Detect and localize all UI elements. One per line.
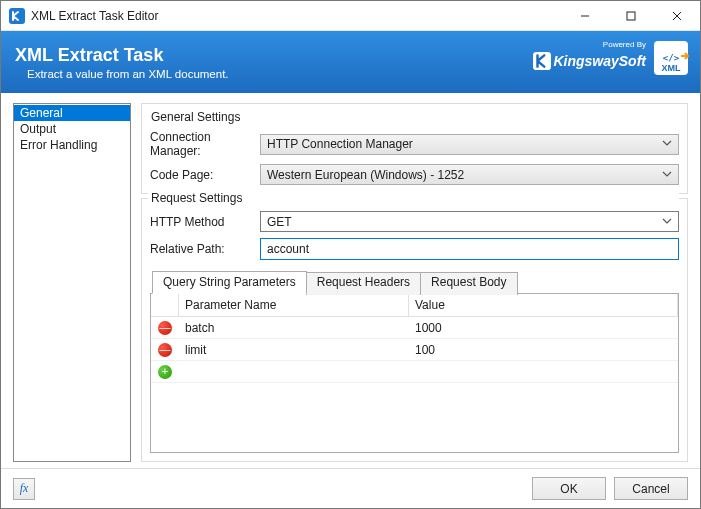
minimize-button[interactable]: [562, 1, 608, 31]
tab-query-string-parameters[interactable]: Query String Parameters: [152, 271, 307, 294]
app-icon: [9, 8, 25, 24]
fx-button[interactable]: fx: [13, 478, 35, 500]
banner-title: XML Extract Task: [15, 45, 229, 66]
sidebar-item-general[interactable]: General: [14, 105, 130, 121]
maximize-button[interactable]: [608, 1, 654, 31]
tab-body: Parameter Name Value — batch 1000 — limi…: [150, 294, 679, 453]
svg-rect-5: [533, 52, 551, 70]
tab-request-body[interactable]: Request Body: [420, 272, 517, 295]
cell-value[interactable]: 1000: [409, 321, 678, 335]
table-row[interactable]: — limit 100: [151, 339, 678, 361]
main-panel: General Settings Connection Manager: HTT…: [141, 103, 688, 462]
button-label: OK: [560, 482, 577, 496]
dropdown-value: HTTP Connection Manager: [267, 137, 413, 151]
cell-name[interactable]: limit: [179, 343, 409, 357]
sidebar: General Output Error Handling: [13, 103, 131, 462]
tab-label: Request Body: [431, 275, 506, 289]
cell-name[interactable]: batch: [179, 321, 409, 335]
code-page-label: Code Page:: [150, 168, 260, 182]
http-method-dropdown[interactable]: GET: [260, 211, 679, 232]
request-settings-group: Request Settings HTTP Method GET Relativ…: [141, 198, 688, 462]
chevron-down-icon: [662, 215, 672, 229]
xml-badge-label: XML: [662, 63, 681, 73]
brand-name: KingswaySoft: [553, 53, 646, 69]
delete-row-icon[interactable]: —: [158, 343, 172, 357]
delete-row-icon[interactable]: —: [158, 321, 172, 335]
fx-label: fx: [20, 481, 29, 496]
content-area: General Output Error Handling General Se…: [1, 93, 700, 468]
powered-by-label: Powered By: [603, 40, 646, 49]
add-row-icon[interactable]: +: [158, 365, 172, 379]
connection-manager-dropdown[interactable]: HTTP Connection Manager: [260, 134, 679, 155]
table-row-new[interactable]: +: [151, 361, 678, 383]
group-label: General Settings: [148, 110, 243, 124]
dropdown-value: GET: [267, 215, 292, 229]
tab-label: Request Headers: [317, 275, 410, 289]
general-settings-group: General Settings Connection Manager: HTT…: [141, 103, 688, 194]
svg-rect-2: [627, 12, 635, 20]
dropdown-value: Western European (Windows) - 1252: [267, 168, 464, 182]
button-label: Cancel: [632, 482, 669, 496]
footer: fx OK Cancel: [1, 468, 700, 508]
tab-label: Query String Parameters: [163, 275, 296, 289]
table-row[interactable]: — batch 1000: [151, 317, 678, 339]
grid-header: Parameter Name Value: [151, 294, 678, 317]
kingswaysoft-logo: Powered By KingswaySoft: [533, 46, 646, 70]
window-frame: XML Extract Task Editor XML Extract Task…: [0, 0, 701, 509]
titlebar: XML Extract Task Editor: [1, 1, 700, 31]
input-value: account: [267, 242, 309, 256]
svg-rect-0: [9, 8, 25, 24]
ok-button[interactable]: OK: [532, 477, 606, 500]
grid-header-name: Parameter Name: [179, 294, 409, 316]
cancel-button[interactable]: Cancel: [614, 477, 688, 500]
sidebar-item-label: Output: [20, 122, 56, 136]
grid-header-value: Value: [409, 294, 678, 316]
cell-value[interactable]: 100: [409, 343, 678, 357]
sidebar-item-output[interactable]: Output: [14, 121, 130, 137]
relative-path-label: Relative Path:: [150, 242, 260, 256]
request-tabstrip: Query String Parameters Request Headers …: [150, 270, 679, 294]
group-label: Request Settings: [148, 191, 679, 205]
xml-badge-icon: </> XML: [654, 41, 688, 75]
parameters-grid: Parameter Name Value — batch 1000 — limi…: [151, 294, 678, 452]
close-button[interactable]: [654, 1, 700, 31]
sidebar-item-label: General: [20, 106, 63, 120]
relative-path-input[interactable]: account: [260, 238, 679, 260]
tab-request-headers[interactable]: Request Headers: [306, 272, 421, 295]
chevron-down-icon: [662, 137, 672, 151]
brand-k-icon: [533, 52, 551, 70]
code-page-dropdown[interactable]: Western European (Windows) - 1252: [260, 164, 679, 185]
banner-subtitle: Extract a value from an XML document.: [15, 68, 229, 80]
chevron-down-icon: [662, 168, 672, 182]
banner: XML Extract Task Extract a value from an…: [1, 31, 700, 93]
connection-manager-label: Connection Manager:: [150, 130, 260, 158]
sidebar-item-label: Error Handling: [20, 138, 97, 152]
grid-header-icon: [151, 294, 179, 316]
window-title: XML Extract Task Editor: [31, 9, 562, 23]
arrow-right-icon: [681, 51, 691, 61]
http-method-label: HTTP Method: [150, 215, 260, 229]
sidebar-item-error-handling[interactable]: Error Handling: [14, 137, 130, 153]
